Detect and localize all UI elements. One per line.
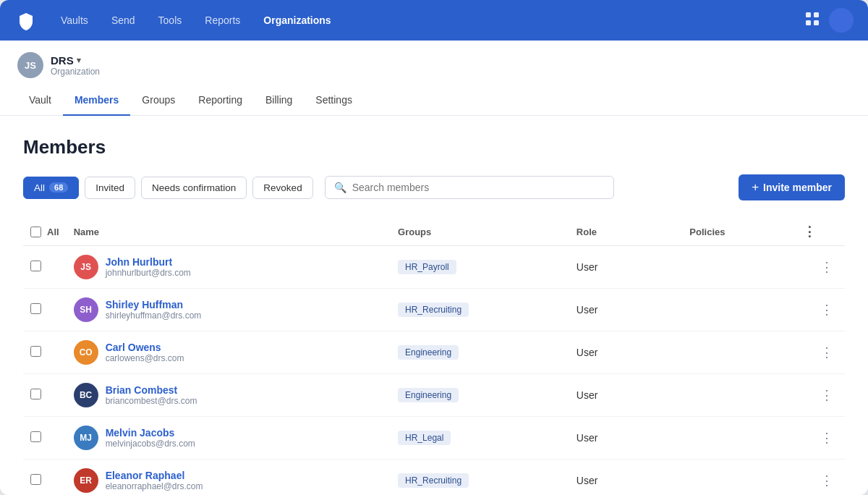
row-more-button[interactable]: ⋮	[816, 386, 838, 405]
col-header-groups: Groups	[391, 218, 569, 246]
nav-organizations[interactable]: Organizations	[255, 10, 339, 30]
row-checkbox[interactable]	[30, 303, 41, 314]
row-name-cell: JS John Hurlburt johnhurlburt@drs.com	[67, 246, 391, 289]
role-text: User	[576, 389, 598, 401]
member-name[interactable]: Brian Combest	[106, 384, 197, 396]
member-name[interactable]: Carl Owens	[106, 342, 184, 353]
group-tag[interactable]: Engineering	[398, 345, 459, 360]
member-name[interactable]: Melvin Jacobs	[106, 427, 195, 439]
row-check-cell	[23, 289, 67, 331]
select-all-checkbox[interactable]	[30, 227, 41, 237]
user-avatar[interactable]	[829, 8, 854, 33]
group-tag[interactable]: HR_Recruiting	[398, 473, 469, 488]
row-check-cell	[23, 331, 67, 374]
table-row: CO Carl Owens carlowens@drs.com Engineer…	[23, 331, 845, 374]
row-more-button[interactable]: ⋮	[816, 258, 838, 276]
row-checkbox[interactable]	[30, 431, 41, 442]
row-groups-cell: Engineering	[391, 331, 569, 374]
tab-members[interactable]: Members	[63, 88, 130, 116]
tab-settings[interactable]: Settings	[304, 88, 364, 116]
row-more-button[interactable]: ⋮	[816, 343, 838, 362]
row-check-cell	[23, 417, 67, 460]
member-email: johnhurlburt@drs.com	[106, 268, 191, 278]
tab-vault[interactable]: Vault	[17, 88, 63, 116]
chevron-down-icon: ▾	[77, 56, 81, 65]
group-tag[interactable]: HR_Legal	[398, 431, 451, 445]
row-actions-cell: ⋮	[796, 417, 845, 460]
member-name[interactable]: Eleanor Raphael	[106, 470, 203, 481]
row-role-cell: User	[569, 246, 682, 289]
member-info: Eleanor Raphael eleanorraphael@drs.com	[106, 470, 203, 491]
nav-send[interactable]: Send	[103, 10, 144, 30]
group-tag[interactable]: Engineering	[398, 388, 459, 402]
all-count-badge: 68	[49, 182, 68, 192]
nav-vaults[interactable]: Vaults	[52, 10, 97, 30]
row-actions-cell: ⋮	[796, 331, 845, 374]
member-avatar: JS	[74, 255, 98, 279]
tab-groups[interactable]: Groups	[130, 88, 187, 116]
nav-reports[interactable]: Reports	[196, 10, 249, 30]
row-checkbox[interactable]	[30, 474, 41, 485]
member-info: Carl Owens carlowens@drs.com	[106, 342, 184, 363]
filter-revoked[interactable]: Revoked	[252, 177, 312, 199]
row-role-cell: User	[569, 460, 682, 496]
topnav-right	[804, 8, 854, 33]
grid-icon[interactable]	[804, 11, 820, 30]
row-name-cell: BC Brian Combest briancombest@drs.com	[67, 374, 391, 417]
member-avatar: CO	[74, 340, 98, 365]
members-table: All Name Groups Role Policies ⋮	[23, 218, 845, 495]
invite-member-button[interactable]: + Invite member	[739, 174, 845, 200]
role-text: User	[576, 475, 598, 486]
org-name-dropdown[interactable]: DRS ▾	[51, 54, 100, 67]
row-policies-cell	[682, 331, 796, 374]
row-more-button[interactable]: ⋮	[816, 471, 838, 490]
role-text: User	[576, 261, 598, 273]
tab-billing[interactable]: Billing	[254, 88, 304, 116]
row-checkbox[interactable]	[30, 346, 41, 357]
row-checkbox[interactable]	[30, 261, 41, 271]
table-row: SH Shirley Huffman shirleyhuffman@drs.co…	[23, 289, 845, 331]
row-actions-cell: ⋮	[796, 246, 845, 289]
row-role-cell: User	[569, 331, 682, 374]
svg-rect-1	[806, 12, 811, 17]
member-avatar: MJ	[74, 426, 98, 450]
row-checkbox[interactable]	[30, 389, 41, 399]
row-policies-cell	[682, 289, 796, 331]
col-header-actions: ⋮	[796, 218, 845, 246]
nav-tools[interactable]: Tools	[150, 10, 191, 30]
filter-all[interactable]: All 68	[23, 177, 79, 199]
bitwarden-logo-icon	[14, 9, 38, 32]
col-header-check: All	[23, 218, 67, 246]
member-info: John Hurlburt johnhurlburt@drs.com	[106, 256, 191, 278]
table-row: MJ Melvin Jacobs melvinjacobs@drs.com HR…	[23, 417, 845, 460]
row-policies-cell	[682, 417, 796, 460]
member-email: shirleyhuffman@drs.com	[106, 310, 202, 321]
row-groups-cell: HR_Legal	[391, 417, 569, 460]
member-info: Brian Combest briancombest@drs.com	[106, 384, 197, 406]
row-policies-cell	[682, 460, 796, 496]
subheader: JS DRS ▾ Organization Vault Members Grou…	[0, 41, 868, 116]
row-role-cell: User	[569, 374, 682, 417]
filter-invited[interactable]: Invited	[85, 177, 135, 199]
row-role-cell: User	[569, 417, 682, 460]
org-type: Organization	[51, 67, 100, 77]
row-name-cell: CO Carl Owens carlowens@drs.com	[67, 331, 391, 374]
member-info: Melvin Jacobs melvinjacobs@drs.com	[106, 427, 195, 449]
svg-rect-2	[814, 12, 819, 17]
row-more-button[interactable]: ⋮	[816, 428, 838, 447]
search-input[interactable]	[352, 182, 605, 193]
row-actions-cell: ⋮	[796, 374, 845, 417]
tab-reporting[interactable]: Reporting	[187, 88, 254, 116]
row-more-button[interactable]: ⋮	[816, 300, 838, 319]
filter-needs-confirmation[interactable]: Needs confirmation	[141, 177, 247, 199]
row-check-cell	[23, 246, 67, 289]
member-name[interactable]: John Hurlburt	[106, 256, 191, 268]
member-email: carlowens@drs.com	[106, 353, 184, 363]
col-header-role: Role	[569, 218, 682, 246]
row-actions-cell: ⋮	[796, 460, 845, 496]
group-tag[interactable]: HR_Payroll	[398, 260, 456, 274]
org-row: JS DRS ▾ Organization	[17, 52, 851, 78]
group-tag[interactable]: HR_Recruiting	[398, 302, 469, 317]
member-name[interactable]: Shirley Huffman	[106, 299, 202, 310]
org-avatar: JS	[17, 52, 43, 78]
